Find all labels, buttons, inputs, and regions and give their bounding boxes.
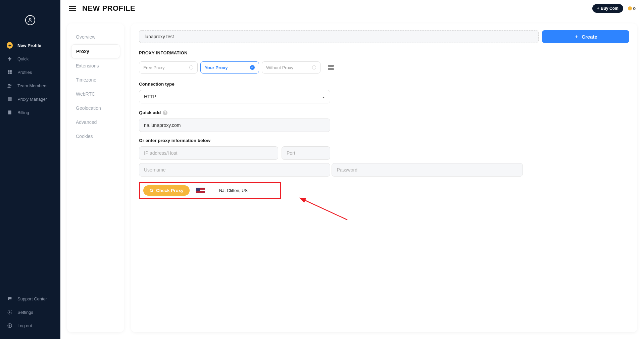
- check-proxy-area-highlighted: Check Proxy NJ, Clifton, US: [139, 182, 281, 199]
- svg-rect-3: [8, 72, 9, 74]
- radio-checked-icon: ✓: [250, 65, 255, 70]
- plus-icon: +: [597, 6, 599, 11]
- pill-label: Free Proxy: [143, 65, 165, 70]
- nav-billing[interactable]: Billing: [0, 106, 60, 119]
- logout-icon: [7, 323, 13, 329]
- section-proxy[interactable]: Proxy: [71, 44, 120, 58]
- nav-label: Proxy Manager: [17, 97, 47, 102]
- svg-line-13: [304, 200, 347, 220]
- connection-type-select[interactable]: HTTP ⌄: [139, 90, 330, 103]
- nav-label: Support Center: [17, 296, 47, 301]
- svg-rect-4: [10, 72, 12, 74]
- nav-profiles[interactable]: Profiles: [0, 65, 60, 79]
- label-text: Connection type: [139, 82, 175, 87]
- pill-label: Your Proxy: [205, 65, 228, 70]
- plus-circle-icon: ＋: [7, 42, 13, 48]
- annotation-arrow: [300, 196, 354, 225]
- proxy-mode-free[interactable]: Free Proxy: [139, 61, 198, 74]
- nav-settings[interactable]: Settings: [0, 305, 60, 319]
- check-proxy-label: Check Proxy: [156, 188, 184, 193]
- create-label: Create: [582, 34, 597, 40]
- proxy-mode-your[interactable]: Your Proxy ✓: [200, 61, 259, 74]
- section-timezone[interactable]: Timezone: [71, 73, 120, 87]
- menu-toggle-icon[interactable]: [69, 6, 76, 11]
- svg-point-0: [29, 18, 31, 20]
- proxy-mode-row: Free Proxy Your Proxy ✓ Without Proxy: [139, 61, 629, 74]
- quick-add-input[interactable]: [139, 118, 330, 132]
- svg-rect-7: [8, 97, 12, 99]
- buy-coin-button[interactable]: + Buy Coin: [592, 4, 623, 13]
- label-text: Quick add: [139, 110, 161, 115]
- svg-rect-8: [8, 99, 12, 101]
- nav-new-profile[interactable]: ＋ New Profile: [0, 39, 60, 52]
- nav-proxy-manager[interactable]: Proxy Manager: [0, 92, 60, 106]
- radio-unchecked-icon: [312, 65, 316, 69]
- chevron-down-icon: ⌄: [322, 94, 325, 99]
- topbar: NEW PROFILE + Buy Coin 0: [60, 0, 644, 17]
- nav-quick[interactable]: Quick: [0, 52, 60, 65]
- coin-balance-value: 0: [633, 6, 636, 11]
- us-flag-icon: [196, 188, 205, 193]
- page-title: NEW PROFILE: [82, 4, 135, 13]
- section-cookies[interactable]: Cookies: [71, 130, 120, 143]
- host-port-row: [139, 146, 330, 160]
- svg-rect-9: [8, 110, 11, 114]
- coin-balance: 0: [628, 6, 636, 11]
- plus-icon: ＋: [574, 34, 579, 40]
- proxy-mode-without[interactable]: Without Proxy: [262, 61, 320, 74]
- nav-logout[interactable]: Log out: [0, 319, 60, 332]
- nav-team-members[interactable]: Team Members: [0, 79, 60, 92]
- svg-point-6: [10, 85, 11, 86]
- profile-name-input[interactable]: [139, 30, 539, 43]
- pill-label: Without Proxy: [266, 65, 293, 70]
- section-webrtc[interactable]: WebRTC: [71, 87, 120, 101]
- sidebar-bottom-group: Support Center Settings Log out: [0, 292, 60, 332]
- users-icon: [7, 83, 13, 89]
- name-create-row: ＋ Create: [139, 30, 629, 43]
- proxy-result-info: NJ, Clifton, US: [211, 188, 248, 193]
- connection-type-label: Connection type: [139, 82, 629, 87]
- svg-point-12: [150, 189, 152, 191]
- receipt-icon: [7, 109, 13, 115]
- main-panel: ＋ Create PROXY INFORMATION Free Proxy Yo…: [131, 23, 637, 332]
- content-area: Overview Proxy Extensions Timezone WebRT…: [60, 17, 644, 339]
- username-input[interactable]: [139, 163, 330, 177]
- svg-rect-1: [8, 70, 9, 72]
- stack-icon: [7, 96, 13, 102]
- bolt-icon: [7, 56, 13, 62]
- create-button[interactable]: ＋ Create: [542, 30, 629, 43]
- avatar[interactable]: [25, 15, 35, 25]
- host-input[interactable]: [139, 146, 278, 160]
- proxy-result-location: NJ, Clifton, US: [219, 188, 248, 193]
- user-icon: [28, 17, 33, 23]
- help-icon[interactable]: ?: [163, 110, 167, 115]
- nav-label: Billing: [17, 110, 29, 115]
- grid-icon: [7, 69, 13, 75]
- nav-label: Log out: [17, 323, 32, 328]
- svg-rect-2: [10, 70, 12, 72]
- profile-sections-sidebar: Overview Proxy Extensions Timezone WebRT…: [67, 23, 124, 332]
- main-sidebar: ＋ New Profile Quick Profiles Team Member…: [0, 0, 60, 339]
- port-input[interactable]: [282, 146, 330, 160]
- nav-label: Quick: [17, 56, 29, 61]
- section-geolocation[interactable]: Geolocation: [71, 101, 120, 115]
- radio-unchecked-icon: [189, 65, 193, 69]
- magnify-icon: [149, 188, 154, 193]
- section-overview[interactable]: Overview: [71, 30, 120, 44]
- section-extensions[interactable]: Extensions: [71, 59, 120, 72]
- proxy-list-icon[interactable]: [328, 65, 334, 70]
- password-input[interactable]: [332, 163, 523, 177]
- check-proxy-button[interactable]: Check Proxy: [143, 185, 190, 196]
- quick-add-label: Quick add ?: [139, 110, 629, 115]
- support-icon: [7, 296, 13, 302]
- gear-icon: [7, 309, 13, 315]
- nav-support-center[interactable]: Support Center: [0, 292, 60, 305]
- svg-point-10: [9, 311, 10, 313]
- section-advanced[interactable]: Advanced: [71, 115, 120, 129]
- nav-label: Settings: [17, 310, 33, 315]
- nav-label: Team Members: [17, 83, 48, 88]
- manual-entry-label: Or enter proxy information below: [139, 138, 629, 143]
- select-value: HTTP: [144, 94, 156, 99]
- nav-label: New Profile: [17, 43, 41, 48]
- nav-label: Profiles: [17, 70, 32, 75]
